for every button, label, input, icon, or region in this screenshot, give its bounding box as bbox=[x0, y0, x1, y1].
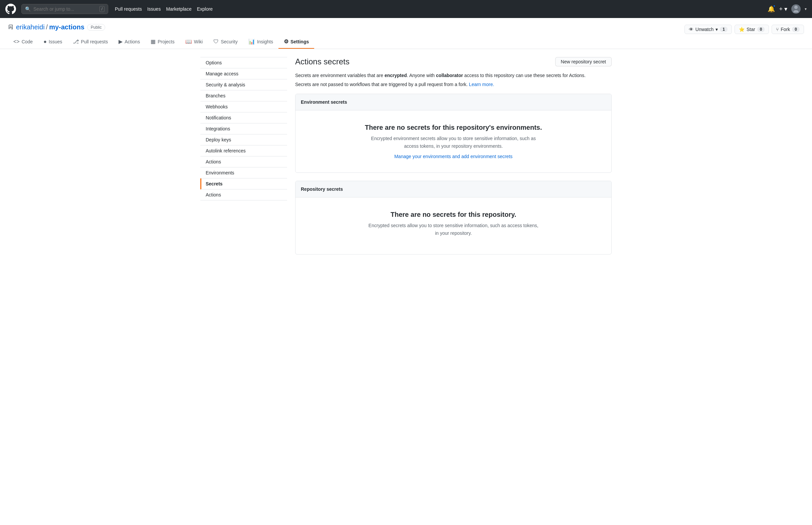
repo-header: erikaheidi/my-actions Public 👁 Unwatch ▾… bbox=[0, 18, 812, 49]
settings-icon: ⚙ bbox=[284, 39, 289, 45]
projects-icon: ▦ bbox=[150, 39, 156, 45]
sidebar-item-deploy-keys[interactable]: Deploy keys bbox=[200, 134, 287, 146]
repo-nav-security[interactable]: 🛡 Security bbox=[208, 35, 243, 49]
new-repository-secret-button[interactable]: New repository secret bbox=[555, 57, 612, 66]
top-nav-right: 🔔 + ▾ ▾ bbox=[768, 4, 807, 14]
repository-secrets-header: Repository secrets bbox=[295, 181, 611, 197]
sidebar-item-environments[interactable]: Environments bbox=[200, 167, 287, 178]
star-label: Star bbox=[746, 27, 755, 32]
sidebar-item-autolink-references[interactable]: Autolink references bbox=[200, 146, 287, 156]
repo-owner-link[interactable]: erikaheidi bbox=[16, 23, 45, 31]
sidebar-item-options[interactable]: Options bbox=[200, 57, 287, 69]
top-nav-links: Pull requests Issues Marketplace Explore bbox=[115, 6, 213, 12]
new-item-button[interactable]: + ▾ bbox=[779, 5, 787, 13]
repo-actions: 👁 Unwatch ▾ 1 ⭐ Star 0 ⑂ Fork 0 bbox=[684, 25, 804, 34]
repository-secrets-section: Repository secrets There are no secrets … bbox=[295, 181, 612, 255]
environment-secrets-empty: There are no secrets for this repository… bbox=[295, 110, 611, 172]
sidebar-item-actions-2[interactable]: Actions bbox=[200, 190, 287, 200]
repo-breadcrumb: erikaheidi/my-actions bbox=[16, 23, 85, 31]
repo-nav-insights[interactable]: 📊 Insights bbox=[243, 35, 278, 49]
wiki-icon: 📖 bbox=[185, 39, 192, 45]
notifications-button[interactable]: 🔔 bbox=[768, 5, 775, 13]
environment-secrets-empty-desc: Encrypted environment secrets allow you … bbox=[367, 135, 540, 150]
star-button[interactable]: ⭐ Star 0 bbox=[735, 25, 769, 34]
nav-explore[interactable]: Explore bbox=[197, 6, 213, 12]
search-slash: / bbox=[100, 6, 104, 12]
unwatch-count: 1 bbox=[720, 27, 727, 32]
visibility-badge: Public bbox=[87, 24, 105, 31]
fork-button[interactable]: ⑂ Fork 0 bbox=[772, 25, 804, 34]
environment-secrets-header: Environment secrets bbox=[295, 94, 611, 110]
page-title: Actions secrets bbox=[295, 57, 350, 66]
description-main: Secrets are environment variables that a… bbox=[295, 72, 612, 79]
repository-secrets-empty-title: There are no secrets for this repository… bbox=[302, 211, 605, 219]
repo-nav-code[interactable]: <> Code bbox=[8, 35, 38, 49]
fork-icon: ⑂ bbox=[776, 27, 779, 32]
sidebar-item-manage-access[interactable]: Manage access bbox=[200, 69, 287, 79]
unwatch-label: Unwatch bbox=[695, 27, 713, 32]
main-content: Actions secrets New repository secret Se… bbox=[295, 57, 612, 262]
github-logo-icon[interactable] bbox=[5, 4, 16, 14]
notification-dot bbox=[773, 5, 775, 7]
repository-secrets-empty: There are no secrets for this repository… bbox=[295, 197, 611, 254]
repo-nav-projects[interactable]: ▦ Projects bbox=[145, 35, 180, 49]
page-header: Actions secrets New repository secret bbox=[295, 57, 612, 66]
star-count: 0 bbox=[757, 27, 765, 32]
nav-issues[interactable]: Issues bbox=[147, 6, 161, 12]
top-navigation: 🔍 / Pull requests Issues Marketplace Exp… bbox=[0, 0, 812, 18]
pr-icon: ⎇ bbox=[73, 39, 79, 45]
repo-nav-settings[interactable]: ⚙ Settings bbox=[278, 35, 314, 49]
code-icon: <> bbox=[13, 39, 20, 45]
environment-secrets-empty-title: There are no secrets for this repository… bbox=[302, 124, 605, 131]
repo-title: erikaheidi/my-actions Public bbox=[8, 23, 105, 31]
learn-more-link[interactable]: Learn more. bbox=[469, 82, 494, 87]
unwatch-button[interactable]: 👁 Unwatch ▾ 1 bbox=[684, 25, 732, 34]
manage-environments-link[interactable]: Manage your environments and add environ… bbox=[394, 154, 512, 159]
fork-label: Fork bbox=[781, 27, 790, 32]
environment-secrets-link: Manage your environments and add environ… bbox=[302, 154, 605, 159]
eye-icon: 👁 bbox=[689, 27, 694, 32]
sidebar-item-branches[interactable]: Branches bbox=[200, 90, 287, 101]
search-input[interactable] bbox=[33, 6, 97, 12]
description-note: Secrets are not passed to workflows that… bbox=[295, 82, 612, 87]
repo-name-link[interactable]: my-actions bbox=[49, 23, 85, 31]
environment-secrets-section: Environment secrets There are no secrets… bbox=[295, 94, 612, 173]
security-icon: 🛡 bbox=[213, 39, 219, 45]
repo-nav: <> Code ● Issues ⎇ Pull requests ▶ Actio… bbox=[8, 35, 804, 49]
sidebar-item-secrets[interactable]: Secrets bbox=[200, 178, 287, 190]
repository-secrets-empty-desc: Encrypted secrets allow you to store sen… bbox=[367, 222, 540, 237]
sidebar-item-webhooks[interactable]: Webhooks bbox=[200, 101, 287, 112]
sidebar-item-actions[interactable]: Actions bbox=[200, 156, 287, 167]
repo-nav-pull-requests[interactable]: ⎇ Pull requests bbox=[68, 35, 113, 49]
insights-icon: 📊 bbox=[248, 39, 255, 45]
sidebar-item-integrations[interactable]: Integrations bbox=[200, 123, 287, 134]
actions-icon: ▶ bbox=[118, 39, 122, 45]
nav-marketplace[interactable]: Marketplace bbox=[166, 6, 191, 12]
search-box[interactable]: 🔍 / bbox=[21, 4, 108, 14]
sidebar-item-notifications[interactable]: Notifications bbox=[200, 112, 287, 123]
main-container: Options Manage access Security & analysi… bbox=[192, 49, 620, 270]
star-icon: ⭐ bbox=[739, 27, 744, 32]
search-icon: 🔍 bbox=[25, 6, 31, 12]
fork-count: 0 bbox=[792, 27, 800, 32]
sidebar-item-security-analysis[interactable]: Security & analysis bbox=[200, 79, 287, 90]
avatar-chevron: ▾ bbox=[804, 7, 807, 11]
avatar[interactable] bbox=[791, 4, 801, 14]
nav-pull-requests[interactable]: Pull requests bbox=[115, 6, 142, 12]
repo-nav-wiki[interactable]: 📖 Wiki bbox=[180, 35, 208, 49]
issues-icon: ● bbox=[43, 39, 47, 45]
repo-icon bbox=[8, 25, 13, 30]
repo-nav-issues[interactable]: ● Issues bbox=[38, 35, 68, 49]
repo-nav-actions[interactable]: ▶ Actions bbox=[113, 35, 145, 49]
settings-sidebar: Options Manage access Security & analysi… bbox=[200, 57, 287, 262]
unwatch-chevron: ▾ bbox=[715, 27, 718, 32]
